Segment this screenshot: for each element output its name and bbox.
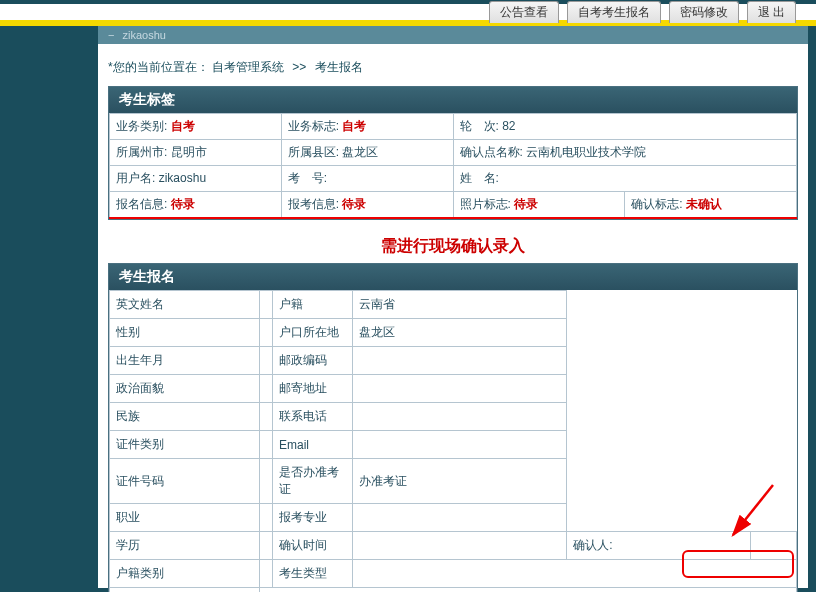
form-value (260, 504, 273, 532)
form-row: 政治面貌 邮寄地址 (110, 375, 797, 403)
form-row: 查询密码 (填写6位数字,招考频道成绩查询时的密码) (110, 588, 797, 593)
nav-password-change[interactable]: 密码修改 (669, 1, 739, 23)
form-label: 考生类型 (273, 560, 353, 588)
form-value (260, 375, 273, 403)
form-label: 英文姓名 (110, 291, 260, 319)
form-label: 性别 (110, 319, 260, 347)
form-row: 学历 确认时间 确认人: (110, 532, 797, 560)
tab-username: zikaoshu (123, 29, 166, 41)
tag-label: 用户名: (116, 171, 155, 185)
form-row: 性别 户口所在地 盘龙区 (110, 319, 797, 347)
form-value (260, 560, 273, 588)
form-row: 户籍类别 考生类型 (110, 560, 797, 588)
form-value (260, 459, 273, 504)
tab-header: − zikaoshu (98, 26, 808, 44)
tag-label: 所属县区: (288, 145, 339, 159)
form-value (260, 431, 273, 459)
tag-label: 考 号: (288, 171, 327, 185)
form-label: 户口所在地 (273, 319, 353, 347)
form-row: 出生年月 邮政编码 (110, 347, 797, 375)
tag-row: 报名信息: 待录 报考信息: 待录 照片标志: 待录 确认标志: 未确认 (110, 192, 797, 219)
tag-value: 自考 (342, 119, 366, 133)
form-value: 办准考证 (353, 459, 567, 504)
form-label: 联系电话 (273, 403, 353, 431)
content-area: − zikaoshu *您的当前位置在： 自考管理系统 >> 考生报名 考生标签… (98, 26, 808, 588)
left-sidebar (0, 26, 98, 588)
form-label: 出生年月 (110, 347, 260, 375)
form-row: 英文姓名 户籍 云南省 (110, 291, 797, 319)
form-table: 英文姓名 户籍 云南省 性别 户口所在地 盘龙区 出生年月 邮政编 (109, 290, 797, 592)
tag-panel: 考生标签 业务类别: 自考 业务标志: 自考 轮 次: 82 所属州市: 昆明市… (108, 86, 798, 220)
tag-label: 确认标志: (631, 197, 682, 211)
form-value (353, 532, 567, 560)
tag-value: 盘龙区 (342, 145, 378, 159)
form-label: 民族 (110, 403, 260, 431)
form-label: 学历 (110, 532, 260, 560)
tag-label: 报名信息: (116, 197, 167, 211)
right-edge (808, 26, 816, 588)
form-value (353, 347, 567, 375)
form-label: 是否办准考证 (273, 459, 353, 504)
tag-label: 姓 名: (460, 171, 499, 185)
tag-value: 待录 (171, 197, 195, 211)
form-value (353, 403, 567, 431)
breadcrumb-prefix: *您的当前位置在： (108, 60, 209, 74)
tag-row: 业务类别: 自考 业务标志: 自考 轮 次: 82 (110, 114, 797, 140)
tag-row: 用户名: zikaoshu 考 号: 姓 名: (110, 166, 797, 192)
tag-label: 报考信息: (288, 197, 339, 211)
tag-value: 未确认 (686, 197, 722, 211)
confirm-notice: 需进行现场确认录入 (98, 230, 808, 263)
form-label: 证件号码 (110, 459, 260, 504)
tag-table: 业务类别: 自考 业务标志: 自考 轮 次: 82 所属州市: 昆明市 所属县区… (109, 113, 797, 219)
form-value (260, 403, 273, 431)
breadcrumb-page: 考生报名 (315, 60, 363, 74)
form-value (751, 532, 797, 560)
nav-announcement[interactable]: 公告查看 (489, 1, 559, 23)
form-value (353, 375, 567, 403)
tag-label: 所属州市: (116, 145, 167, 159)
form-row: 证件类别 Email (110, 431, 797, 459)
form-value (260, 347, 273, 375)
form-label: 邮政编码 (273, 347, 353, 375)
tag-row: 所属州市: 昆明市 所属县区: 盘龙区 确认点名称: 云南机电职业技术学院 (110, 140, 797, 166)
form-value: 盘龙区 (353, 319, 567, 347)
form-value (353, 431, 567, 459)
tab-close-icon[interactable]: − (108, 29, 114, 41)
form-label: 查询密码 (110, 588, 260, 593)
tag-value: 昆明市 (171, 145, 207, 159)
form-row: 证件号码 是否办准考证 办准考证 (110, 459, 797, 504)
form-panel-header: 考生报名 (109, 264, 797, 290)
form-value (353, 560, 797, 588)
form-label: 证件类别 (110, 431, 260, 459)
breadcrumb-system[interactable]: 自考管理系统 (212, 60, 284, 74)
nav-exam-register[interactable]: 自考考生报名 (567, 1, 661, 23)
form-label: 报考专业 (273, 504, 353, 532)
tag-label: 轮 次: (460, 119, 499, 133)
nav-logout[interactable]: 退 出 (747, 1, 796, 23)
tag-label: 确认点名称: (460, 145, 523, 159)
form-label: 政治面貌 (110, 375, 260, 403)
tag-label: 业务类别: (116, 119, 167, 133)
form-row: 职业 报考专业 (110, 504, 797, 532)
tag-value: 待录 (342, 197, 366, 211)
breadcrumb-sep: >> (292, 60, 306, 74)
form-label: 确认时间 (273, 532, 353, 560)
form-value (353, 504, 567, 532)
tag-value: 82 (502, 119, 515, 133)
form-value (260, 291, 273, 319)
form-value: 云南省 (353, 291, 567, 319)
form-label: 户籍类别 (110, 560, 260, 588)
tag-label: 业务标志: (288, 119, 339, 133)
form-row: 民族 联系电话 (110, 403, 797, 431)
form-hint: (填写6位数字,招考频道成绩查询时的密码) (260, 588, 797, 593)
tag-value: 待录 (514, 197, 538, 211)
tag-panel-header: 考生标签 (109, 87, 797, 113)
form-label: Email (273, 431, 353, 459)
breadcrumb: *您的当前位置在： 自考管理系统 >> 考生报名 (98, 44, 808, 86)
form-value (260, 532, 273, 560)
top-navigation: 公告查看 自考考生报名 密码修改 退 出 (0, 0, 816, 20)
form-label: 邮寄地址 (273, 375, 353, 403)
tag-value: 云南机电职业技术学院 (526, 145, 646, 159)
tag-value: 自考 (171, 119, 195, 133)
form-panel: 考生报名 英文姓名 户籍 云南省 性别 户口所在地 盘龙区 (108, 263, 798, 592)
